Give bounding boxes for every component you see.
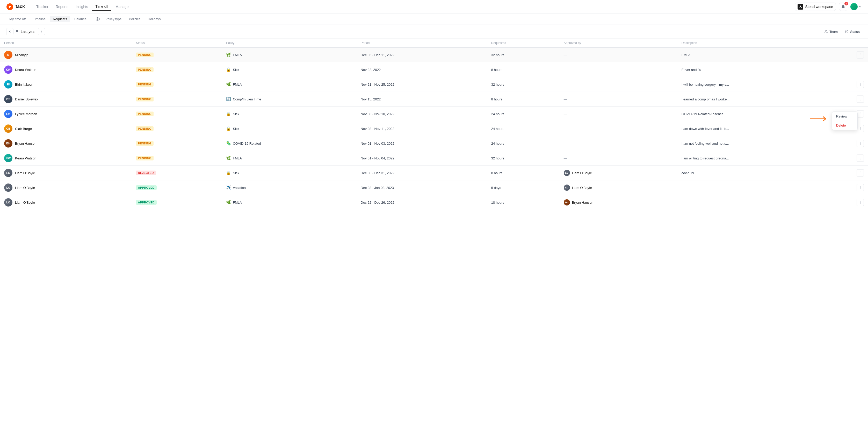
person-cell: CB Clair Burge bbox=[0, 122, 132, 136]
approved-dash: — bbox=[564, 68, 567, 72]
policy-cell: 🌿 FMLA bbox=[222, 47, 356, 62]
description-cell: I am down with fever and flu b... bbox=[677, 122, 852, 136]
workspace-badge[interactable]: Stead workspace bbox=[795, 3, 836, 11]
svg-point-11 bbox=[860, 56, 861, 56]
policy-name: COVID-19 Related bbox=[233, 142, 261, 145]
requested-cell: 24 hours bbox=[487, 122, 560, 136]
arrow-annotation bbox=[809, 115, 830, 124]
description-cell: covid 19 bbox=[677, 166, 852, 180]
team-filter-label: Team bbox=[829, 30, 838, 34]
row-more-button[interactable] bbox=[857, 155, 864, 162]
requested-cell: 8 hours bbox=[487, 62, 560, 77]
col-actions bbox=[852, 39, 868, 47]
approved-dash: — bbox=[564, 53, 567, 57]
policy-icon: ✈️ bbox=[226, 185, 231, 190]
approved-dash: — bbox=[564, 82, 567, 87]
requested-cell: 18 hours bbox=[487, 195, 560, 210]
row-more-button[interactable] bbox=[857, 81, 864, 88]
svg-point-34 bbox=[860, 188, 861, 188]
description-text: I am down with fever and flu b... bbox=[682, 127, 729, 131]
description-cell: I am writing to request pregna... bbox=[677, 151, 852, 166]
status-cell: APPROVED bbox=[132, 180, 222, 195]
status-badge: PENDING bbox=[136, 82, 154, 87]
user-avatar-button[interactable] bbox=[850, 3, 862, 10]
status-cell: PENDING bbox=[132, 47, 222, 62]
svg-point-26 bbox=[860, 144, 861, 145]
status-filter-button[interactable]: Status bbox=[843, 29, 862, 35]
status-filter-label: Status bbox=[850, 30, 860, 34]
description-text: — bbox=[682, 186, 685, 190]
nav-timeoff[interactable]: Time off bbox=[92, 3, 111, 11]
requested-cell: 24 hours bbox=[487, 107, 560, 122]
table-row: LO Liam O'Boyle APPROVED 🌿 FMLA Dec 22 -… bbox=[0, 195, 868, 210]
svg-point-10 bbox=[860, 55, 861, 55]
context-menu-delete[interactable]: Delete bbox=[832, 121, 857, 130]
table-row: LO Liam O'Boyle REJECTED 🔒 Sick Dec 30 -… bbox=[0, 166, 868, 180]
approved-by-cell: LO Liam O'Boyle bbox=[564, 184, 673, 191]
logo-text: tack bbox=[16, 4, 25, 9]
row-more-button[interactable] bbox=[857, 169, 864, 176]
approved-dash: — bbox=[564, 97, 567, 101]
next-period-button[interactable] bbox=[38, 28, 45, 35]
period-label-text: Last year bbox=[21, 30, 36, 34]
subnav-balance[interactable]: Balance bbox=[71, 16, 90, 22]
nav-tracker[interactable]: Tracker bbox=[33, 3, 52, 10]
subnav-requests[interactable]: Requests bbox=[50, 16, 70, 22]
row-more-button[interactable] bbox=[857, 125, 864, 132]
nav-reports[interactable]: Reports bbox=[53, 3, 71, 10]
approved-by-cell: BH Bryan Hansen bbox=[564, 199, 673, 205]
status-cell: PENDING bbox=[132, 136, 222, 151]
policy-icon: 🌿 bbox=[226, 82, 231, 87]
subnav-my-time-off[interactable]: My time off bbox=[6, 16, 29, 22]
description-cell: I will be having surgery—my s... bbox=[677, 77, 852, 92]
description-cell: FMLA bbox=[677, 47, 852, 62]
svg-point-37 bbox=[860, 202, 861, 203]
col-person: Person bbox=[0, 39, 132, 47]
svg-point-19 bbox=[860, 113, 861, 114]
approved-by-cell: BH Bryan Hansen bbox=[560, 195, 677, 210]
subnav-holidays[interactable]: Holidays bbox=[145, 16, 164, 22]
requested-cell: 8 hours bbox=[487, 166, 560, 180]
person-avatar: KW bbox=[4, 154, 12, 162]
row-more-button[interactable] bbox=[857, 184, 864, 191]
table-body: M Micahyip PENDING 🌿 FMLA Dec 06 - Dec 1… bbox=[0, 47, 868, 210]
team-icon bbox=[824, 30, 828, 33]
col-period: Period bbox=[356, 39, 487, 47]
policy-name: FMLA bbox=[233, 156, 242, 160]
nav-manage[interactable]: Manage bbox=[113, 3, 132, 10]
person-cell: KW Keara Watson bbox=[0, 151, 132, 166]
row-more-button[interactable] bbox=[857, 51, 864, 59]
period-cell: Dec 28 - Jan 03, 2023 bbox=[356, 180, 487, 195]
row-more-button[interactable] bbox=[857, 140, 864, 147]
svg-point-33 bbox=[860, 186, 861, 187]
person-name: Eirini Iakouli bbox=[15, 82, 33, 87]
subnav-timeline[interactable]: Timeline bbox=[30, 16, 49, 22]
context-menu-review[interactable]: Review bbox=[832, 112, 857, 121]
period-cell: Nov 08 - Nov 10, 2022 bbox=[356, 107, 487, 122]
toolbar: Last year Team Status bbox=[0, 25, 868, 39]
status-badge: PENDING bbox=[136, 156, 154, 161]
person-avatar: EI bbox=[4, 80, 12, 89]
subnav-policy-type[interactable]: Policy type bbox=[102, 16, 125, 22]
person-name: Liam O'Boyle bbox=[15, 171, 35, 175]
svg-point-21 bbox=[860, 127, 861, 128]
row-more-button[interactable] bbox=[857, 110, 864, 117]
approved-by-cell: — bbox=[560, 122, 677, 136]
nav-insights[interactable]: Insights bbox=[72, 3, 91, 10]
person-name: Keara Watson bbox=[15, 156, 36, 160]
table-header: Person Status Policy Period Requested Ap… bbox=[0, 39, 868, 47]
status-icon bbox=[845, 30, 848, 33]
table-row: DS Daniel Spiewak PENDING 🔄 Comp/In Lieu… bbox=[0, 92, 868, 107]
policy-cell: 🔒 Sick bbox=[222, 62, 356, 77]
row-more-button[interactable] bbox=[857, 199, 864, 206]
subnav-policies[interactable]: Policies bbox=[126, 16, 144, 22]
period-selector[interactable]: Last year bbox=[16, 30, 36, 34]
approved-by-cell: — bbox=[560, 151, 677, 166]
approved-name: Liam O'Boyle bbox=[572, 186, 592, 190]
row-more-button[interactable] bbox=[857, 96, 864, 103]
notification-button[interactable]: 1 bbox=[839, 3, 847, 11]
prev-period-button[interactable] bbox=[6, 28, 13, 35]
settings-icon[interactable] bbox=[94, 15, 101, 23]
svg-point-13 bbox=[860, 84, 861, 84]
team-filter-button[interactable]: Team bbox=[822, 29, 840, 35]
